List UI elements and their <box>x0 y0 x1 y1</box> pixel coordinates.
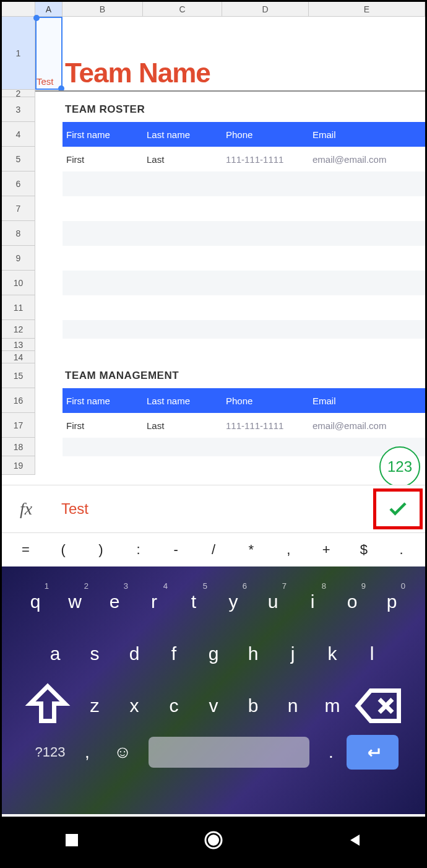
col-header-b[interactable]: B <box>63 2 143 17</box>
key-q[interactable]: q1 <box>17 579 54 625</box>
key-j[interactable]: j <box>274 631 311 677</box>
checkmark-icon <box>387 498 409 520</box>
section-heading-mgmt[interactable]: TEAM MANAGEMENT <box>35 370 179 382</box>
table-row[interactable] <box>63 320 425 339</box>
enter-key[interactable] <box>347 735 399 770</box>
table-row[interactable] <box>63 271 425 295</box>
row-header-19[interactable]: 19 <box>2 456 35 475</box>
cell-last: Last <box>143 420 222 431</box>
col-email: Email <box>309 396 425 406</box>
row-header-2[interactable]: 2 <box>2 90 35 97</box>
table-row[interactable] <box>63 221 425 246</box>
row-header-16[interactable]: 16 <box>2 388 35 413</box>
key-z[interactable]: z <box>76 683 113 729</box>
table-row[interactable] <box>63 438 425 456</box>
key-y[interactable]: y6 <box>215 579 252 625</box>
col-header-d[interactable]: D <box>222 2 309 17</box>
sym-equals[interactable]: = <box>11 542 40 558</box>
col-header-a[interactable]: A <box>35 2 63 17</box>
row-header-5[interactable]: 5 <box>2 147 35 171</box>
fx-icon[interactable]: fx <box>2 499 50 519</box>
table-row[interactable] <box>63 171 425 196</box>
formula-input[interactable] <box>50 500 373 518</box>
cell-a1-value[interactable]: Test <box>37 76 54 87</box>
key-l[interactable]: l <box>353 631 390 677</box>
key-w[interactable]: w2 <box>56 579 93 625</box>
key-h[interactable]: h <box>235 631 272 677</box>
sheet-title[interactable]: Team Name <box>65 58 210 89</box>
mgmt-table-header[interactable]: First name Last name Phone Email <box>63 388 425 413</box>
key-f[interactable]: f <box>155 631 192 677</box>
table-row[interactable] <box>63 246 425 271</box>
row-header-17[interactable]: 17 <box>2 413 35 438</box>
sym-dollar[interactable]: $ <box>349 542 379 558</box>
row-header-1[interactable]: 1 <box>2 17 35 90</box>
emoji-key[interactable]: ☺ <box>104 735 141 770</box>
section-heading-roster[interactable]: TEAM ROSTER <box>35 103 145 116</box>
col-lastname: Last name <box>143 129 222 140</box>
spreadsheet-grid[interactable]: A B C D E 1 Test Team Name 2 3 TEAM ROST… <box>2 2 425 485</box>
key-i[interactable]: i8 <box>294 579 331 625</box>
row-header-15[interactable]: 15 <box>2 363 35 388</box>
row-header-8[interactable]: 8 <box>2 221 35 246</box>
key-v[interactable]: v <box>195 683 232 729</box>
key-s[interactable]: s <box>76 631 113 677</box>
key-comma[interactable]: , <box>72 742 103 762</box>
corner-cell[interactable] <box>2 2 35 17</box>
row-header-11[interactable]: 11 <box>2 295 35 320</box>
key-c[interactable]: c <box>155 683 192 729</box>
roster-table-header[interactable]: First name Last name Phone Email <box>63 122 425 147</box>
row-header-3[interactable]: 3 <box>2 97 35 122</box>
table-row[interactable]: First Last 111-111-1111 email@email.com <box>63 147 425 171</box>
key-x[interactable]: x <box>116 683 153 729</box>
key-u[interactable]: u7 <box>254 579 291 625</box>
keyboard-symbols-key[interactable]: ?123 <box>28 744 72 760</box>
sym-dot[interactable]: . <box>387 542 416 558</box>
spacebar[interactable] <box>149 737 309 768</box>
key-k[interactable]: k <box>314 631 351 677</box>
key-t[interactable]: t5 <box>175 579 212 625</box>
row-header-13[interactable]: 13 <box>2 339 35 351</box>
key-e[interactable]: e3 <box>96 579 133 625</box>
row-header-6[interactable]: 6 <box>2 171 35 196</box>
table-row[interactable] <box>63 196 425 221</box>
row-header-4[interactable]: 4 <box>2 122 35 147</box>
key-d[interactable]: d <box>116 631 153 677</box>
sym-colon[interactable]: : <box>124 542 153 558</box>
sym-rparen[interactable]: ) <box>86 542 116 558</box>
back-button[interactable] <box>347 832 363 851</box>
sym-plus[interactable]: + <box>311 542 341 558</box>
key-n[interactable]: n <box>274 683 311 729</box>
row-header-18[interactable]: 18 <box>2 438 35 456</box>
table-row[interactable]: First Last 111-111-1111 email@email.com <box>63 413 425 438</box>
confirm-button[interactable] <box>373 488 423 529</box>
row-header-14[interactable]: 14 <box>2 351 35 363</box>
table-row[interactable] <box>63 295 425 320</box>
backspace-key[interactable] <box>353 683 405 729</box>
row-header-7[interactable]: 7 <box>2 196 35 221</box>
home-button[interactable] <box>203 830 224 853</box>
key-g[interactable]: g <box>195 631 232 677</box>
row-header-9[interactable]: 9 <box>2 246 35 271</box>
numeric-keypad-button[interactable]: 123 <box>379 446 420 485</box>
row-header-12[interactable]: 12 <box>2 320 35 339</box>
key-p[interactable]: p0 <box>373 579 410 625</box>
key-m[interactable]: m <box>314 683 351 729</box>
col-header-e[interactable]: E <box>309 2 425 17</box>
cell-phone: 111-111-1111 <box>222 154 309 165</box>
sym-comma[interactable]: , <box>274 542 303 558</box>
sym-lparen[interactable]: ( <box>48 542 78 558</box>
row-header-10[interactable]: 10 <box>2 271 35 295</box>
key-period[interactable]: . <box>316 742 347 762</box>
symbol-toolbar: = ( ) : - / * , + $ . <box>2 533 425 566</box>
shift-key[interactable] <box>22 683 74 729</box>
key-a[interactable]: a <box>37 631 74 677</box>
key-o[interactable]: o9 <box>334 579 371 625</box>
sym-slash[interactable]: / <box>199 542 228 558</box>
sym-star[interactable]: * <box>236 542 266 558</box>
key-r[interactable]: r4 <box>136 579 173 625</box>
key-b[interactable]: b <box>235 683 272 729</box>
col-header-c[interactable]: C <box>143 2 222 17</box>
sym-minus[interactable]: - <box>161 542 191 558</box>
recent-apps-button[interactable] <box>64 832 80 851</box>
